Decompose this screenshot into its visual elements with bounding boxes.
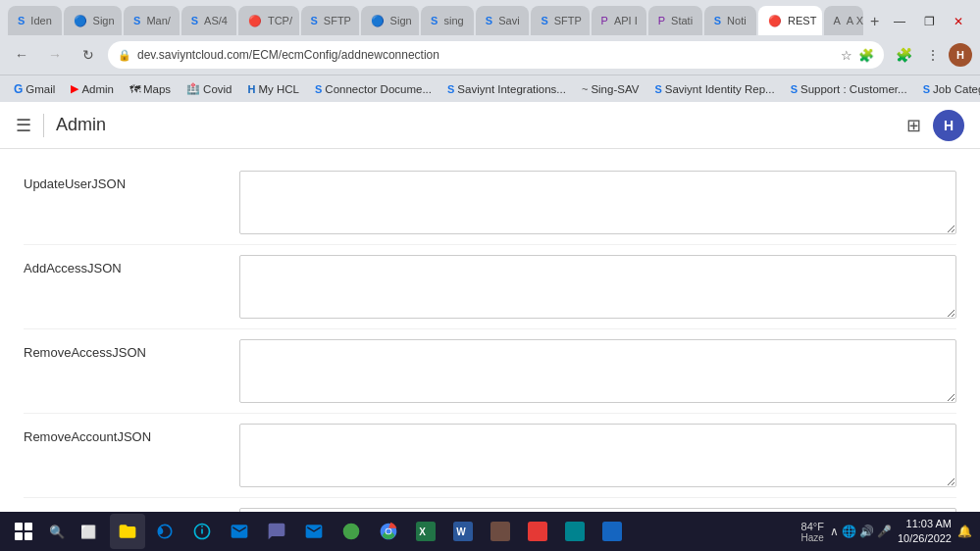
tab-man[interactable]: S Man/ × [124,6,180,35]
search-taskbar-button[interactable]: 🔍 [43,518,71,545]
tab-sftp1[interactable]: S SFTP × [301,6,359,35]
outlook-icon[interactable] [296,514,332,549]
tab-noti[interactable]: S Noti × [704,6,756,35]
tab-as4[interactable]: S AS/4 × [181,6,236,35]
task-view-button[interactable]: ⬜ [75,518,102,545]
bookmark-star-icon[interactable]: ☆ [841,48,852,63]
tab-label-api: API I [614,15,638,26]
bookmark-saviynt-identity[interactable]: S Saviynt Identity Rep... [648,81,780,97]
bookmark-connector-doc[interactable]: S Connector Docume... [309,81,438,97]
youtube-icon: ▶ [71,82,78,95]
chrome-icon[interactable] [371,514,406,549]
grid-apps-icon[interactable]: ⊞ [906,115,921,136]
weather-display: 84°F Haze [801,521,824,543]
tab-sign1[interactable]: 🔵 Sign × [64,6,123,35]
app-content: ☰ Admin ⊞ H UpdateUserJSON AddA [0,102,980,512]
tab-label-tcp: TCP/ [268,15,292,26]
tab-ax[interactable]: A A X [824,6,864,35]
lock-icon: 🔒 [118,49,131,62]
input-add-access-json[interactable] [239,255,956,319]
bookmark-support[interactable]: S Support : Customer... [785,81,913,97]
user-avatar[interactable]: H [933,110,964,141]
bookmark-job-categories-label: Job Categories for... [933,83,980,95]
covid-icon: 🏥 [186,82,200,95]
app11-icon[interactable] [483,514,518,549]
tab-sing[interactable]: S sing × [421,6,474,35]
bookmark-sing-sav[interactable]: ~ Sing-SAV [576,81,645,97]
forward-button[interactable]: → [41,41,69,69]
bookmark-maps[interactable]: 🗺 Maps [124,81,177,97]
input-update-user-json[interactable] [239,171,956,234]
job-categories-icon: S [923,83,930,95]
form-row-enable-account-json: EnableAccountJSON [24,498,956,512]
microphone-icon[interactable]: 🎤 [877,525,892,538]
file-explorer-icon[interactable] [110,514,145,549]
form-row-remove-account-json: RemoveAccountJSON [24,414,956,498]
bookmark-covid[interactable]: 🏥 Covid [181,80,237,97]
content-area: UpdateUserJSON AddAccessJSON RemoveAcces… [0,149,980,512]
taskbar: 🔍 ⬜ [0,512,980,551]
word-icon[interactable]: W [445,514,481,549]
app12-icon[interactable] [520,514,555,549]
store-icon[interactable] [184,514,220,549]
network-icon[interactable]: 🌐 [842,525,856,538]
excel-icon[interactable]: X [408,514,443,549]
tab-label-ax: A X [847,15,863,26]
app13-icon[interactable] [557,514,593,549]
speaker-icon[interactable]: 🔊 [859,525,874,538]
tab-rest[interactable]: 🔴 REST × [758,6,821,35]
tab-iden[interactable]: S Iden × [8,6,62,35]
start-button[interactable] [8,516,39,547]
tray-icons: ∧ 🌐 🔊 🎤 🔋 [830,525,892,538]
minimize-button[interactable]: — [886,12,913,31]
app14-icon[interactable] [594,514,630,549]
weather-condition: Haze [801,532,824,543]
reload-button[interactable]: ↻ [75,41,102,69]
bookmark-job-categories[interactable]: S Job Categories for... [917,81,980,97]
tab-stati[interactable]: P Stati × [648,6,702,35]
tab-savi[interactable]: S Savi × [476,6,530,35]
app-title: Admin [56,115,106,135]
tab-label-sign1: Sign [93,15,115,26]
address-bar[interactable]: 🔒 dev.saviyntcloud.com/ECM/ecmConfig/add… [108,41,884,69]
clock-display[interactable]: 11:03 AM 10/26/2022 [898,517,952,547]
hamburger-menu-button[interactable]: ☰ [16,115,31,136]
mail-icon[interactable] [222,514,257,549]
tab-tcp[interactable]: 🔴 TCP/ × [238,6,299,35]
new-tab-button[interactable]: + [865,8,884,35]
tab-sign2[interactable]: 🔵 Sign × [361,6,420,35]
notification-center-button[interactable]: 🔔 [957,525,972,538]
tab-label-rest: REST [788,15,816,26]
teams-icon[interactable] [259,514,294,549]
edge-icon[interactable] [147,514,182,549]
close-button[interactable]: ✕ [945,12,972,31]
tab-label-sign2: Sign [390,15,412,26]
tab-icon-sign1: 🔵 [74,15,87,27]
back-button[interactable]: ← [8,41,35,69]
tab-icon-sign2: 🔵 [371,15,385,27]
myhcl-icon: H [248,83,256,95]
restore-button[interactable]: ❐ [915,12,943,31]
profile-avatar[interactable]: H [949,43,972,67]
form-row-remove-access-json: RemoveAccessJSON [24,329,956,414]
support-icon: S [791,83,798,95]
extension-puzzle-icon[interactable]: 🧩 [858,48,874,63]
extensions-button[interactable]: 🧩 [890,41,917,69]
show-hidden-icons[interactable]: ∧ [830,525,839,538]
bookmark-youtube-label: Admin [81,83,114,95]
bookmark-gmail[interactable]: G Gmail [8,80,61,98]
svg-rect-10 [565,522,585,541]
tab-api[interactable]: P API I × [592,6,646,35]
tab-sftp2[interactable]: S SFTP × [531,6,589,35]
app7-icon[interactable] [334,514,369,549]
svg-point-0 [343,524,360,540]
browser-menu-button[interactable]: ⋮ [919,41,947,69]
input-remove-access-json[interactable] [239,339,956,403]
tab-label-as4: AS/4 [204,15,228,26]
bookmark-myhcl[interactable]: H My HCL [242,81,305,97]
bookmark-youtube[interactable]: ▶ Admin [65,80,120,97]
input-remove-account-json[interactable] [239,424,956,487]
bookmark-maps-label: Maps [143,83,171,95]
bookmark-saviynt-identity-label: Saviynt Identity Rep... [665,83,775,95]
bookmark-saviynt-integrations[interactable]: S Saviynt Integrations... [441,81,572,97]
